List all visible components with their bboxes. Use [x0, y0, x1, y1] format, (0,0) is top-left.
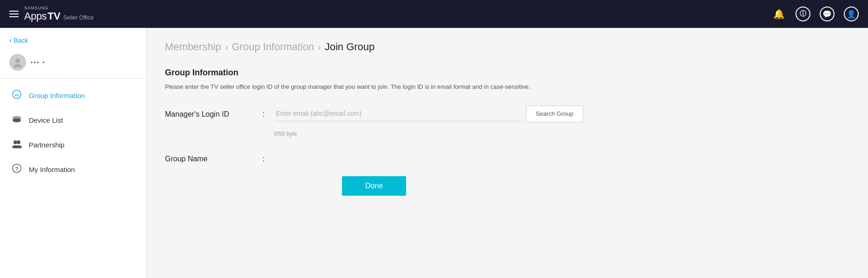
breadcrumb-membership[interactable]: Membership	[165, 41, 221, 53]
done-button-wrap: Done	[165, 176, 583, 196]
input-section: Group Information Please enter the TV se…	[165, 68, 583, 196]
back-button[interactable]: ‹ Back	[0, 28, 146, 49]
svg-point-3	[13, 119, 21, 122]
hamburger-menu[interactable]	[9, 11, 19, 17]
sidebar-item-group-information[interactable]: Group Information	[0, 83, 146, 108]
header: SAMSUNG Apps TV Seller Office 🔔 ⓘ 💬 👤	[0, 0, 868, 28]
breadcrumb-group-information[interactable]: Group Information	[232, 41, 314, 53]
section-title: Group Information	[165, 68, 583, 78]
sidebar-nav: Group Information Device List	[0, 79, 146, 186]
back-label: Back	[13, 37, 28, 44]
manager-login-input[interactable]	[274, 106, 520, 121]
manager-login-input-row: Search Group	[274, 106, 583, 122]
svg-point-0	[15, 59, 20, 63]
byte-count: 0/50 byte	[274, 131, 296, 137]
logo-apps: Apps	[24, 10, 46, 22]
svg-point-1	[14, 64, 21, 67]
partnership-icon	[11, 139, 22, 151]
sidebar-avatar-row: ••• •	[9, 54, 137, 71]
sidebar-item-label-device-list: Device List	[29, 116, 63, 124]
sidebar-item-my-information[interactable]: ? My Information	[0, 157, 146, 182]
manager-login-colon: :	[263, 106, 274, 119]
svg-point-4	[13, 140, 17, 144]
header-right: 🔔 ⓘ 💬 👤	[771, 7, 859, 21]
main-content: Membership › Group Information › Join Gr…	[146, 28, 868, 278]
logo-tv: TV	[47, 10, 60, 22]
manager-login-input-wrap: Search Group 0/50 byte	[274, 106, 583, 137]
svg-point-5	[17, 140, 20, 144]
group-name-row: Group Name :	[165, 150, 583, 163]
notification-icon[interactable]: 🔔	[771, 7, 786, 21]
back-arrow-icon: ‹	[9, 36, 12, 45]
logo: SAMSUNG Apps TV Seller Office	[24, 6, 93, 22]
breadcrumb-join-group[interactable]: Join Group	[325, 41, 375, 53]
logo-samsung: SAMSUNG	[24, 6, 93, 10]
section-desc: Please enter the TV seller office login …	[165, 82, 583, 92]
sidebar-item-partnership[interactable]: Partnership	[0, 132, 146, 157]
sidebar-user-name: ••• •	[31, 59, 46, 66]
chat-icon[interactable]: 💬	[820, 7, 835, 21]
manager-login-row: Manager's Login ID : Search Group 0/50 b…	[165, 106, 583, 137]
svg-text:?: ?	[15, 166, 19, 172]
sidebar-item-label-my-information: My Information	[29, 165, 75, 173]
search-group-button[interactable]: Search Group	[526, 106, 583, 122]
breadcrumb-sep-2: ›	[318, 42, 321, 53]
manager-login-label: Manager's Login ID	[165, 106, 263, 119]
sidebar-item-label-group-information: Group Information	[29, 92, 85, 99]
group-name-value-wrap	[274, 150, 583, 155]
device-list-icon	[11, 114, 22, 126]
my-information-icon: ?	[11, 164, 22, 175]
logo-seller: Seller Office	[63, 14, 93, 21]
breadcrumb-sep-1: ›	[225, 42, 228, 53]
sidebar-user-info: ••• •	[0, 49, 146, 79]
group-name-colon: :	[263, 150, 274, 163]
breadcrumb: Membership › Group Information › Join Gr…	[165, 41, 849, 53]
user-icon[interactable]: 👤	[844, 7, 859, 21]
sidebar-item-label-partnership: Partnership	[29, 141, 65, 149]
avatar	[9, 54, 26, 71]
header-left: SAMSUNG Apps TV Seller Office	[9, 6, 93, 22]
done-button[interactable]: Done	[342, 176, 406, 196]
group-information-icon	[11, 90, 22, 101]
info-icon[interactable]: ⓘ	[796, 7, 810, 21]
sidebar-item-device-list[interactable]: Device List	[0, 108, 146, 132]
group-name-label: Group Name	[165, 150, 263, 163]
sidebar: ‹ Back ••• • Group Information	[0, 28, 146, 278]
logo-text: Apps TV Seller Office	[24, 10, 93, 22]
body: ‹ Back ••• • Group Information	[0, 28, 868, 278]
